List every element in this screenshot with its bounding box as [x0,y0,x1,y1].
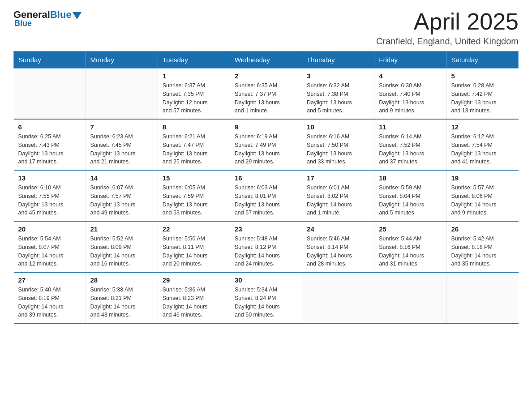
day-number: 14 [90,174,153,182]
day-number: 29 [163,276,225,284]
col-header-friday: Friday [374,51,446,68]
day-number: 6 [18,123,81,131]
day-number: 27 [18,276,81,284]
day-info: Sunrise: 5:38 AM Sunset: 8:21 PM Dayligh… [90,286,153,319]
header: General Blue Blue April 2025 Cranfield, … [13,9,519,47]
day-number: 23 [235,225,297,233]
week-row-1: 1Sunrise: 6:37 AM Sunset: 7:35 PM Daylig… [14,68,519,120]
day-cell: 15Sunrise: 6:05 AM Sunset: 7:59 PM Dayli… [158,170,230,221]
day-number: 19 [451,174,514,182]
day-info: Sunrise: 5:44 AM Sunset: 8:16 PM Dayligh… [379,235,442,268]
logo: General Blue Blue [13,9,82,28]
day-info: Sunrise: 5:42 AM Sunset: 8:18 PM Dayligh… [451,235,514,268]
day-cell [14,68,86,120]
day-info: Sunrise: 5:34 AM Sunset: 8:24 PM Dayligh… [235,286,297,319]
day-number: 15 [163,174,225,182]
day-info: Sunrise: 5:36 AM Sunset: 8:23 PM Dayligh… [163,286,225,319]
day-number: 2 [235,72,297,80]
week-row-4: 20Sunrise: 5:54 AM Sunset: 8:07 PM Dayli… [14,221,519,272]
day-info: Sunrise: 6:35 AM Sunset: 7:37 PM Dayligh… [235,81,297,115]
day-cell: 24Sunrise: 5:46 AM Sunset: 8:14 PM Dayli… [302,221,374,272]
day-cell: 27Sunrise: 5:40 AM Sunset: 8:19 PM Dayli… [14,272,86,323]
col-header-monday: Monday [86,51,158,68]
day-cell: 17Sunrise: 6:01 AM Sunset: 8:02 PM Dayli… [302,170,374,221]
day-number: 24 [307,225,369,233]
day-number: 5 [451,72,514,80]
col-header-saturday: Saturday [446,51,519,68]
day-cell: 6Sunrise: 6:25 AM Sunset: 7:43 PM Daylig… [14,119,86,170]
week-row-2: 6Sunrise: 6:25 AM Sunset: 7:43 PM Daylig… [14,119,519,170]
day-info: Sunrise: 6:21 AM Sunset: 7:47 PM Dayligh… [163,133,225,166]
day-info: Sunrise: 6:07 AM Sunset: 7:57 PM Dayligh… [90,184,153,217]
day-info: Sunrise: 5:59 AM Sunset: 8:04 PM Dayligh… [379,184,442,217]
day-info: Sunrise: 6:03 AM Sunset: 8:01 PM Dayligh… [235,184,297,217]
subtitle: Cranfield, England, United Kingdom [376,36,519,47]
day-cell: 20Sunrise: 5:54 AM Sunset: 8:07 PM Dayli… [14,221,86,272]
day-number: 18 [379,174,442,182]
day-cell: 2Sunrise: 6:35 AM Sunset: 7:37 PM Daylig… [230,68,302,120]
day-info: Sunrise: 5:52 AM Sunset: 8:09 PM Dayligh… [90,235,153,268]
logo-triangle-icon [73,12,82,19]
day-number: 9 [235,123,297,131]
day-number: 30 [235,276,297,284]
day-cell: 1Sunrise: 6:37 AM Sunset: 7:35 PM Daylig… [158,68,230,120]
day-cell: 18Sunrise: 5:59 AM Sunset: 8:04 PM Dayli… [374,170,446,221]
day-cell: 11Sunrise: 6:14 AM Sunset: 7:52 PM Dayli… [374,119,446,170]
col-header-sunday: Sunday [14,51,86,68]
day-info: Sunrise: 6:01 AM Sunset: 8:02 PM Dayligh… [307,184,369,217]
day-number: 25 [379,225,442,233]
day-info: Sunrise: 6:12 AM Sunset: 7:54 PM Dayligh… [451,133,514,166]
main-title: April 2025 [376,9,519,34]
day-cell: 26Sunrise: 5:42 AM Sunset: 8:18 PM Dayli… [446,221,519,272]
day-cell: 13Sunrise: 6:10 AM Sunset: 7:55 PM Dayli… [14,170,86,221]
logo-sub: Blue [14,19,32,28]
day-number: 7 [90,123,153,131]
title-block: April 2025 Cranfield, England, United Ki… [376,9,519,47]
day-cell: 4Sunrise: 6:30 AM Sunset: 7:40 PM Daylig… [374,68,446,120]
day-cell: 9Sunrise: 6:19 AM Sunset: 7:49 PM Daylig… [230,119,302,170]
day-cell: 12Sunrise: 6:12 AM Sunset: 7:54 PM Dayli… [446,119,519,170]
day-cell: 14Sunrise: 6:07 AM Sunset: 7:57 PM Dayli… [86,170,158,221]
calendar-table: SundayMondayTuesdayWednesdayThursdayFrid… [13,51,519,324]
day-cell [374,272,446,323]
day-info: Sunrise: 5:57 AM Sunset: 8:06 PM Dayligh… [451,184,514,217]
day-info: Sunrise: 6:19 AM Sunset: 7:49 PM Dayligh… [235,133,297,166]
day-info: Sunrise: 5:54 AM Sunset: 8:07 PM Dayligh… [18,235,81,268]
day-number: 11 [379,123,442,131]
logo-blue-text: Blue [50,9,72,21]
day-cell [302,272,374,323]
day-cell: 10Sunrise: 6:16 AM Sunset: 7:50 PM Dayli… [302,119,374,170]
day-number: 22 [163,225,225,233]
col-header-thursday: Thursday [302,51,374,68]
day-info: Sunrise: 6:37 AM Sunset: 7:35 PM Dayligh… [163,81,225,115]
day-number: 16 [235,174,297,182]
day-cell: 21Sunrise: 5:52 AM Sunset: 8:09 PM Dayli… [86,221,158,272]
day-info: Sunrise: 5:40 AM Sunset: 8:19 PM Dayligh… [18,286,81,319]
day-info: Sunrise: 6:23 AM Sunset: 7:45 PM Dayligh… [90,133,153,166]
day-number: 4 [379,72,442,80]
day-cell: 29Sunrise: 5:36 AM Sunset: 8:23 PM Dayli… [158,272,230,323]
day-cell: 22Sunrise: 5:50 AM Sunset: 8:11 PM Dayli… [158,221,230,272]
day-info: Sunrise: 6:16 AM Sunset: 7:50 PM Dayligh… [307,133,369,166]
day-info: Sunrise: 6:05 AM Sunset: 7:59 PM Dayligh… [163,184,225,217]
day-number: 13 [18,174,81,182]
day-cell: 30Sunrise: 5:34 AM Sunset: 8:24 PM Dayli… [230,272,302,323]
col-header-tuesday: Tuesday [158,51,230,68]
day-cell: 28Sunrise: 5:38 AM Sunset: 8:21 PM Dayli… [86,272,158,323]
day-number: 21 [90,225,153,233]
day-cell: 25Sunrise: 5:44 AM Sunset: 8:16 PM Dayli… [374,221,446,272]
day-info: Sunrise: 6:25 AM Sunset: 7:43 PM Dayligh… [18,133,81,166]
day-number: 26 [451,225,514,233]
day-number: 3 [307,72,369,80]
day-cell: 19Sunrise: 5:57 AM Sunset: 8:06 PM Dayli… [446,170,519,221]
day-info: Sunrise: 6:28 AM Sunset: 7:42 PM Dayligh… [451,81,514,115]
header-row: SundayMondayTuesdayWednesdayThursdayFrid… [14,51,519,68]
day-cell: 23Sunrise: 5:48 AM Sunset: 8:12 PM Dayli… [230,221,302,272]
day-number: 28 [90,276,153,284]
day-cell: 7Sunrise: 6:23 AM Sunset: 7:45 PM Daylig… [86,119,158,170]
day-info: Sunrise: 5:50 AM Sunset: 8:11 PM Dayligh… [163,235,225,268]
day-cell [446,272,519,323]
day-info: Sunrise: 6:14 AM Sunset: 7:52 PM Dayligh… [379,133,442,166]
day-cell [86,68,158,120]
day-cell: 3Sunrise: 6:32 AM Sunset: 7:38 PM Daylig… [302,68,374,120]
